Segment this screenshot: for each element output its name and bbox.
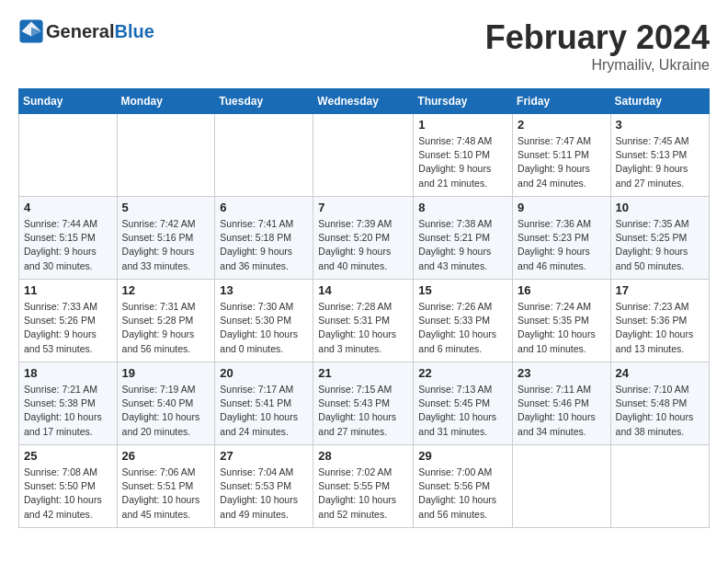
day-number: 3: [616, 118, 704, 132]
calendar-day-cell: 14Sunrise: 7:28 AM Sunset: 5:31 PM Dayli…: [313, 280, 414, 362]
day-info: Sunrise: 7:47 AM Sunset: 5:11 PM Dayligh…: [518, 134, 606, 190]
day-number: 27: [220, 449, 308, 463]
calendar-day-cell: 26Sunrise: 7:06 AM Sunset: 5:51 PM Dayli…: [117, 445, 215, 528]
day-number: 11: [24, 283, 112, 297]
calendar-day-cell: 22Sunrise: 7:13 AM Sunset: 5:45 PM Dayli…: [414, 362, 513, 445]
day-number: 9: [518, 201, 606, 214]
calendar-day-cell: [610, 445, 709, 528]
day-number: 8: [418, 201, 507, 214]
day-number: 25: [24, 449, 112, 463]
day-number: 4: [24, 201, 112, 214]
day-info: Sunrise: 7:00 AM Sunset: 5:56 PM Dayligh…: [418, 465, 507, 522]
day-number: 13: [220, 283, 308, 297]
calendar-day-cell: 13Sunrise: 7:30 AM Sunset: 5:30 PM Dayli…: [215, 280, 313, 362]
calendar-day-cell: 5Sunrise: 7:42 AM Sunset: 5:16 PM Daylig…: [117, 197, 215, 280]
day-info: Sunrise: 7:15 AM Sunset: 5:43 PM Dayligh…: [318, 383, 408, 439]
day-number: 6: [220, 201, 308, 214]
calendar-day-cell: 28Sunrise: 7:02 AM Sunset: 5:55 PM Dayli…: [313, 445, 414, 528]
calendar-week-row: 18Sunrise: 7:21 AM Sunset: 5:38 PM Dayli…: [19, 362, 710, 445]
calendar-day-cell: [117, 114, 215, 197]
day-number: 23: [518, 366, 606, 380]
day-number: 26: [122, 449, 210, 463]
calendar-week-row: 1Sunrise: 7:48 AM Sunset: 5:10 PM Daylig…: [19, 114, 710, 197]
day-info: Sunrise: 7:42 AM Sunset: 5:16 PM Dayligh…: [122, 217, 210, 273]
calendar-day-cell: 10Sunrise: 7:35 AM Sunset: 5:25 PM Dayli…: [610, 197, 709, 280]
day-info: Sunrise: 7:35 AM Sunset: 5:25 PM Dayligh…: [616, 217, 704, 273]
calendar-day-cell: 18Sunrise: 7:21 AM Sunset: 5:38 PM Dayli…: [19, 362, 118, 445]
calendar-day-cell: 15Sunrise: 7:26 AM Sunset: 5:33 PM Dayli…: [414, 280, 513, 362]
day-number: 7: [318, 201, 408, 214]
day-info: Sunrise: 7:30 AM Sunset: 5:30 PM Dayligh…: [220, 300, 308, 356]
day-info: Sunrise: 7:19 AM Sunset: 5:40 PM Dayligh…: [122, 383, 210, 439]
day-info: Sunrise: 7:28 AM Sunset: 5:31 PM Dayligh…: [318, 300, 408, 356]
calendar-day-cell: 21Sunrise: 7:15 AM Sunset: 5:43 PM Dayli…: [313, 362, 414, 445]
calendar-day-cell: 27Sunrise: 7:04 AM Sunset: 5:53 PM Dayli…: [215, 445, 313, 528]
title-block: February 2024 Hrymailiv, Ukraine: [485, 18, 710, 74]
calendar-week-row: 25Sunrise: 7:08 AM Sunset: 5:50 PM Dayli…: [19, 445, 710, 528]
calendar-day-cell: 24Sunrise: 7:10 AM Sunset: 5:48 PM Dayli…: [610, 362, 709, 445]
day-info: Sunrise: 7:23 AM Sunset: 5:36 PM Dayligh…: [616, 300, 704, 356]
weekday-header-cell: Sunday: [19, 89, 118, 114]
day-info: Sunrise: 7:44 AM Sunset: 5:15 PM Dayligh…: [24, 217, 112, 273]
weekday-header-cell: Wednesday: [313, 89, 414, 114]
day-number: 17: [616, 283, 704, 297]
day-number: 18: [24, 366, 112, 380]
calendar-day-cell: 6Sunrise: 7:41 AM Sunset: 5:18 PM Daylig…: [215, 197, 313, 280]
day-info: Sunrise: 7:11 AM Sunset: 5:46 PM Dayligh…: [518, 383, 606, 439]
day-info: Sunrise: 7:08 AM Sunset: 5:50 PM Dayligh…: [24, 465, 112, 522]
calendar-day-cell: [19, 114, 118, 197]
calendar-day-cell: 4Sunrise: 7:44 AM Sunset: 5:15 PM Daylig…: [19, 197, 118, 280]
day-info: Sunrise: 7:45 AM Sunset: 5:13 PM Dayligh…: [616, 134, 704, 190]
calendar-day-cell: 17Sunrise: 7:23 AM Sunset: 5:36 PM Dayli…: [610, 280, 709, 362]
day-number: 22: [418, 366, 507, 380]
calendar-table: SundayMondayTuesdayWednesdayThursdayFrid…: [18, 88, 710, 528]
day-info: Sunrise: 7:36 AM Sunset: 5:23 PM Dayligh…: [518, 217, 606, 273]
calendar-day-cell: 8Sunrise: 7:38 AM Sunset: 5:21 PM Daylig…: [414, 197, 513, 280]
day-info: Sunrise: 7:10 AM Sunset: 5:48 PM Dayligh…: [616, 383, 704, 439]
day-info: Sunrise: 7:26 AM Sunset: 5:33 PM Dayligh…: [418, 300, 507, 356]
day-info: Sunrise: 7:24 AM Sunset: 5:35 PM Dayligh…: [518, 300, 606, 356]
day-info: Sunrise: 7:17 AM Sunset: 5:41 PM Dayligh…: [220, 383, 308, 439]
calendar-day-cell: 16Sunrise: 7:24 AM Sunset: 5:35 PM Dayli…: [513, 280, 611, 362]
day-info: Sunrise: 7:39 AM Sunset: 5:20 PM Dayligh…: [318, 217, 408, 273]
calendar-day-cell: 7Sunrise: 7:39 AM Sunset: 5:20 PM Daylig…: [313, 197, 414, 280]
calendar-day-cell: 3Sunrise: 7:45 AM Sunset: 5:13 PM Daylig…: [610, 114, 709, 197]
page-header: GeneralBlue February 2024 Hrymailiv, Ukr…: [18, 18, 710, 74]
calendar-week-row: 4Sunrise: 7:44 AM Sunset: 5:15 PM Daylig…: [19, 197, 710, 280]
calendar-day-cell: 11Sunrise: 7:33 AM Sunset: 5:26 PM Dayli…: [19, 280, 118, 362]
weekday-header-cell: Friday: [513, 89, 611, 114]
weekday-header-cell: Thursday: [414, 89, 513, 114]
calendar-day-cell: 1Sunrise: 7:48 AM Sunset: 5:10 PM Daylig…: [414, 114, 513, 197]
day-number: 21: [318, 366, 408, 380]
day-info: Sunrise: 7:04 AM Sunset: 5:53 PM Dayligh…: [220, 465, 308, 522]
calendar-week-row: 11Sunrise: 7:33 AM Sunset: 5:26 PM Dayli…: [19, 280, 710, 362]
weekday-header-cell: Monday: [117, 89, 215, 114]
day-number: 15: [418, 283, 507, 297]
logo-text: GeneralBlue: [46, 21, 154, 42]
calendar-day-cell: 29Sunrise: 7:00 AM Sunset: 5:56 PM Dayli…: [414, 445, 513, 528]
calendar-day-cell: [215, 114, 313, 197]
location-title: Hrymailiv, Ukraine: [485, 57, 710, 74]
day-number: 19: [122, 366, 210, 380]
day-info: Sunrise: 7:31 AM Sunset: 5:28 PM Dayligh…: [122, 300, 210, 356]
weekday-header-cell: Saturday: [610, 89, 709, 114]
calendar-day-cell: 20Sunrise: 7:17 AM Sunset: 5:41 PM Dayli…: [215, 362, 313, 445]
day-number: 10: [616, 201, 704, 214]
weekday-header-cell: Tuesday: [215, 89, 313, 114]
day-number: 16: [518, 283, 606, 297]
day-number: 1: [418, 118, 507, 132]
month-title: February 2024: [485, 18, 710, 57]
day-number: 12: [122, 283, 210, 297]
day-number: 14: [318, 283, 408, 297]
day-info: Sunrise: 7:38 AM Sunset: 5:21 PM Dayligh…: [418, 217, 507, 273]
day-info: Sunrise: 7:33 AM Sunset: 5:26 PM Dayligh…: [24, 300, 112, 356]
day-info: Sunrise: 7:21 AM Sunset: 5:38 PM Dayligh…: [24, 383, 112, 439]
day-info: Sunrise: 7:02 AM Sunset: 5:55 PM Dayligh…: [318, 465, 408, 522]
calendar-day-cell: 2Sunrise: 7:47 AM Sunset: 5:11 PM Daylig…: [513, 114, 611, 197]
day-info: Sunrise: 7:48 AM Sunset: 5:10 PM Dayligh…: [418, 134, 507, 190]
calendar-day-cell: 9Sunrise: 7:36 AM Sunset: 5:23 PM Daylig…: [513, 197, 611, 280]
logo-icon: [18, 18, 44, 44]
day-info: Sunrise: 7:06 AM Sunset: 5:51 PM Dayligh…: [122, 465, 210, 522]
day-number: 5: [122, 201, 210, 214]
day-number: 2: [518, 118, 606, 132]
